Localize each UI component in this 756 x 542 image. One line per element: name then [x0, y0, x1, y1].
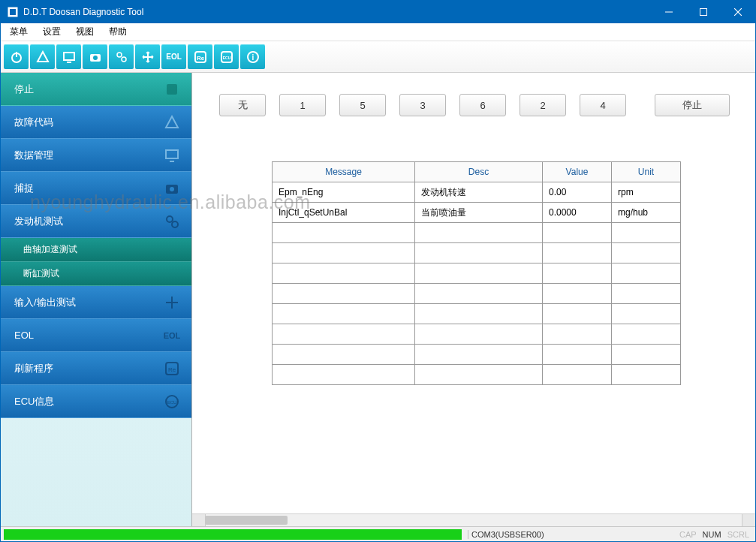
close-button[interactable]: [721, 1, 755, 23]
sidebar-item-flash[interactable]: 刷新程序 Re: [1, 352, 191, 385]
sidebar-item-io-test[interactable]: 输入/输出测试: [1, 286, 191, 319]
data-table: Message Desc Value Unit Epm_nEng 发动机转速 0…: [272, 161, 681, 385]
btn-2[interactable]: 2: [520, 94, 566, 116]
sidebar-label: 发动机测试: [14, 215, 63, 228]
gears-icon: [163, 212, 181, 230]
table-row[interactable]: [273, 243, 681, 263]
tool-gears-icon[interactable]: [109, 44, 134, 69]
tool-power-icon[interactable]: [4, 44, 29, 69]
tool-info-icon[interactable]: i: [240, 44, 265, 69]
sidebar-label: ECU信息: [14, 395, 54, 408]
sidebar-label: 刷新程序: [14, 362, 53, 375]
svg-text:ECU: ECU: [167, 400, 177, 405]
app-icon: [7, 6, 19, 18]
menu-item[interactable]: 菜单: [7, 24, 31, 40]
sidebar-item-engine-test[interactable]: 发动机测试: [1, 205, 191, 238]
svg-point-13: [122, 57, 126, 62]
sidebar-item-stop[interactable]: 停止: [1, 73, 191, 106]
menu-item[interactable]: 视图: [73, 24, 97, 40]
table-row[interactable]: [273, 263, 681, 284]
maximize-button[interactable]: [686, 1, 721, 23]
tool-warning-icon[interactable]: [30, 44, 55, 69]
sidebar-item-crankshaft-test[interactable]: 曲轴加速测试: [1, 238, 191, 262]
menu-item[interactable]: 设置: [40, 24, 64, 40]
svg-rect-8: [64, 53, 74, 60]
sidebar-label: 断缸测试: [23, 267, 59, 280]
svg-rect-3: [700, 9, 707, 16]
tool-camera-icon[interactable]: [83, 44, 107, 69]
minimize-button[interactable]: [652, 1, 686, 23]
btn-3[interactable]: 3: [399, 94, 446, 116]
table-row[interactable]: [273, 223, 681, 243]
table-row[interactable]: [273, 365, 681, 385]
menu-item[interactable]: 帮助: [106, 24, 130, 40]
tool-arrows-icon[interactable]: [135, 44, 160, 69]
statusbar: COM3(USBSER00) CAP NUM SCRL: [1, 526, 755, 542]
status-num: NUM: [701, 530, 723, 539]
col-unit[interactable]: Unit: [612, 162, 681, 182]
status-cap: CAP: [678, 530, 698, 539]
btn-1[interactable]: 1: [279, 94, 326, 116]
sidebar-item-eol[interactable]: EOL EOL: [1, 319, 191, 352]
svg-text:Re: Re: [168, 366, 176, 373]
table-row[interactable]: InjCtl_qSetUnBal 当前喷油量 0.0000 mg/hub: [273, 203, 681, 223]
btn-4[interactable]: 4: [580, 94, 626, 116]
svg-rect-21: [166, 150, 178, 158]
sidebar-item-fault-codes[interactable]: 故障代码: [1, 106, 191, 139]
col-message[interactable]: Message: [273, 162, 415, 182]
svg-text:Re: Re: [196, 55, 204, 62]
btn-6[interactable]: 6: [459, 94, 506, 116]
tool-re-icon[interactable]: Re: [188, 44, 212, 69]
sidebar-label: 捕捉: [14, 182, 34, 195]
eol-icon: EOL: [163, 327, 181, 345]
svg-rect-1: [10, 9, 16, 15]
tool-eol-icon[interactable]: EOL: [161, 44, 186, 69]
status-scrl: SCRL: [726, 530, 751, 539]
titlebar: D.D.T Doosan Diagnostic Tool: [1, 1, 755, 23]
re-icon: Re: [163, 360, 181, 378]
sidebar-label: EOL: [14, 330, 34, 341]
table-row[interactable]: Epm_nEng 发动机转速 0.00 rpm: [273, 182, 681, 203]
btn-5[interactable]: 5: [339, 94, 386, 116]
sidebar-item-data-mgmt[interactable]: 数据管理: [1, 139, 191, 172]
svg-point-11: [93, 56, 98, 60]
button-row: 无 1 5 3 6 2 4 停止: [219, 94, 755, 116]
btn-stop[interactable]: 停止: [655, 94, 730, 116]
col-desc[interactable]: Desc: [415, 162, 543, 182]
monitor-icon: [163, 146, 181, 164]
status-port: COM3(USBSER00): [468, 530, 544, 539]
table-row[interactable]: [273, 345, 681, 365]
table-row[interactable]: [273, 304, 681, 324]
stop-icon: [163, 80, 181, 98]
sidebar-label: 故障代码: [14, 116, 53, 129]
sidebar: 停止 故障代码 数据管理 捕捉 发动机测试 曲轴加速测试 断缸测试 输入/输出测…: [1, 73, 191, 526]
table-row[interactable]: [273, 284, 681, 304]
horizontal-scrollbar[interactable]: [192, 513, 755, 526]
tool-ecu-icon[interactable]: ECU: [214, 44, 239, 69]
table-row[interactable]: [273, 324, 681, 345]
sidebar-item-capture[interactable]: 捕捉: [1, 172, 191, 205]
sidebar-label: 数据管理: [14, 149, 53, 162]
svg-point-26: [172, 221, 178, 227]
sidebar-item-ecu-info[interactable]: ECU信息 ECU: [1, 385, 191, 418]
toolbar: EOL Re ECU i: [1, 41, 755, 73]
camera-icon: [163, 179, 181, 197]
col-value[interactable]: Value: [543, 162, 612, 182]
svg-text:ECU: ECU: [222, 56, 230, 60]
sidebar-item-cylinder-cutoff-test[interactable]: 断缸测试: [1, 262, 191, 286]
svg-point-24: [170, 187, 174, 191]
warning-icon: [163, 113, 181, 131]
sidebar-label: 停止: [14, 83, 34, 96]
svg-text:i: i: [251, 53, 254, 62]
btn-none[interactable]: 无: [219, 94, 266, 116]
window-title: D.D.T Doosan Diagnostic Tool: [23, 7, 652, 17]
sidebar-label: 输入/输出测试: [14, 296, 76, 309]
content-area: 无 1 5 3 6 2 4 停止 Message Desc Value Unit: [191, 73, 755, 526]
tool-monitor-icon[interactable]: [56, 44, 81, 69]
sidebar-label: 曲轴加速测试: [23, 243, 77, 256]
arrows-icon: [163, 294, 181, 312]
ecu-icon: ECU: [163, 393, 181, 411]
svg-rect-20: [167, 84, 177, 95]
svg-point-12: [117, 53, 122, 57]
status-progress: [4, 529, 462, 540]
